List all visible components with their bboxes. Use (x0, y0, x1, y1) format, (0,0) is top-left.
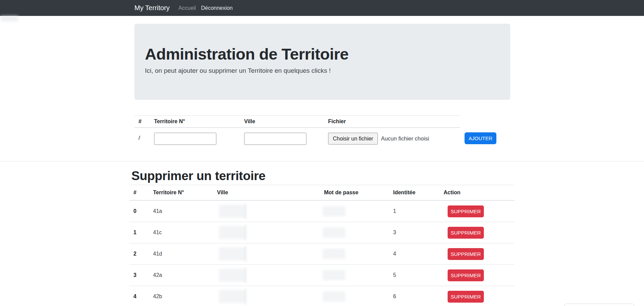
partially-visible-element (564, 304, 634, 306)
del-header-action: Action (439, 190, 514, 196)
ville-redacted (219, 290, 245, 303)
table-row: 0 41a 1 SUPPRIMER (129, 201, 514, 222)
table-row: 4 42b 6 SUPPRIMER (129, 286, 514, 306)
supprimer-button[interactable]: SUPPRIMER (448, 269, 484, 281)
row-identite: 5 (389, 272, 439, 278)
password-redacted (323, 249, 345, 259)
del-header-identitee: Identitée (389, 190, 439, 196)
row-identite: 3 (389, 230, 439, 236)
delete-section-title: Supprimer un territoire (131, 169, 265, 183)
ville-redacted (219, 226, 245, 239)
supprimer-button[interactable]: SUPPRIMER (448, 248, 484, 260)
row-territoire: 42b (149, 293, 213, 300)
add-table-input-row: / Choisir un fichier Aucun fichier chois… (134, 128, 460, 154)
page-subtitle: Ici, on peut ajouter ou supprimer un Ter… (145, 67, 500, 74)
table-row: 1 41c 3 SUPPRIMER (129, 222, 514, 243)
add-row-index: / (134, 133, 150, 141)
jumbotron: Administration de Territoire Ici, on peu… (134, 24, 510, 100)
file-choose-button[interactable]: Choisir un fichier (328, 133, 378, 145)
table-row: 3 42a 5 SUPPRIMER (129, 265, 514, 286)
table-row: 2 41d 4 SUPPRIMER (129, 243, 514, 265)
file-status-text: Aucun fichier choisi (381, 135, 429, 142)
ville-redacted (219, 269, 245, 282)
password-redacted (323, 270, 345, 280)
row-identite: 4 (389, 251, 439, 257)
row-territoire: 41a (149, 208, 213, 214)
password-redacted (323, 291, 345, 302)
del-header-territoire: Territoire N° (149, 190, 213, 196)
add-header-territoire: Territoire N° (150, 118, 240, 125)
row-identite: 1 (389, 208, 439, 214)
add-header-ville: Ville (240, 118, 324, 125)
navbar: My Territory Accueil Déconnexion (0, 0, 644, 16)
navbar-nav: Accueil Déconnexion (178, 5, 233, 11)
nav-link-deconnexion[interactable]: Déconnexion (201, 5, 233, 11)
territoire-input[interactable] (154, 133, 216, 145)
section-divider (0, 161, 644, 161)
page-title: Administration de Territoire (145, 45, 500, 64)
del-header-ville: Ville (213, 190, 320, 196)
row-index: 1 (129, 230, 149, 236)
supprimer-button[interactable]: SUPPRIMER (448, 205, 484, 217)
page: My Territory Accueil Déconnexion Adminis… (0, 0, 644, 306)
ville-redacted (219, 247, 245, 260)
supprimer-button[interactable]: SUPPRIMER (448, 291, 484, 303)
ville-input[interactable] (244, 133, 306, 145)
supprimer-button[interactable]: SUPPRIMER (448, 227, 484, 239)
del-header-index: # (129, 190, 149, 196)
row-territoire: 41d (149, 251, 213, 257)
row-index: 4 (129, 293, 149, 300)
add-territory-table: # Territoire N° Ville Fichier / Choisir … (134, 115, 460, 154)
row-territoire: 42a (149, 272, 213, 278)
row-index: 0 (129, 208, 149, 214)
blurred-artifact (1, 16, 18, 21)
delete-territory-table: # Territoire N° Ville Mot de passe Ident… (129, 185, 514, 306)
del-header-motdepasse: Mot de passe (320, 190, 389, 196)
delete-table-header-row: # Territoire N° Ville Mot de passe Ident… (129, 185, 514, 201)
nav-link-accueil[interactable]: Accueil (178, 5, 196, 11)
ville-redacted (219, 205, 245, 218)
row-identite: 6 (389, 293, 439, 300)
add-table-header-row: # Territoire N° Ville Fichier (134, 115, 460, 128)
row-index: 2 (129, 251, 149, 257)
add-header-fichier: Fichier (324, 118, 460, 125)
password-redacted (323, 206, 345, 216)
add-header-index: # (134, 118, 150, 125)
brand-link[interactable]: My Territory (134, 4, 170, 12)
ajouter-button[interactable]: AJOUTER (465, 132, 496, 144)
password-redacted (323, 227, 345, 238)
row-index: 3 (129, 272, 149, 278)
row-territoire: 41c (149, 230, 213, 236)
